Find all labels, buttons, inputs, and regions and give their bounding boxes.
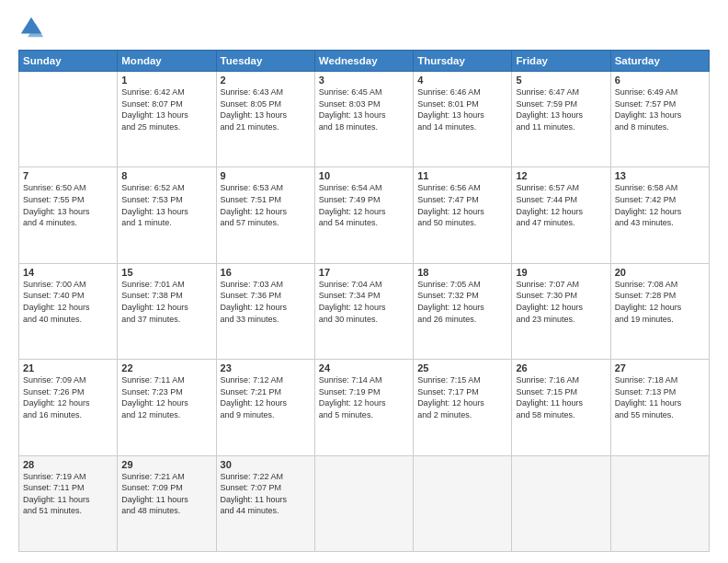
day-number: 13 <box>615 170 705 181</box>
weekday-thursday: Thursday <box>414 51 512 72</box>
day-number: 17 <box>319 267 409 278</box>
calendar-cell: 24Sunrise: 7:14 AM Sunset: 7:19 PM Dayli… <box>314 360 413 455</box>
day-info: Sunrise: 7:04 AM Sunset: 7:34 PM Dayligh… <box>319 279 409 325</box>
day-info: Sunrise: 7:21 AM Sunset: 7:09 PM Dayligh… <box>121 471 211 517</box>
day-number: 14 <box>23 267 113 278</box>
day-info: Sunrise: 7:16 AM Sunset: 7:15 PM Dayligh… <box>516 374 606 420</box>
calendar-cell <box>414 455 512 551</box>
day-info: Sunrise: 6:46 AM Sunset: 8:01 PM Dayligh… <box>417 86 507 132</box>
weekday-header-row: SundayMondayTuesdayWednesdayThursdayFrid… <box>19 51 710 72</box>
calendar-cell: 8Sunrise: 6:52 AM Sunset: 7:53 PM Daylig… <box>118 167 216 263</box>
calendar-cell: 21Sunrise: 7:09 AM Sunset: 7:26 PM Dayli… <box>19 360 118 455</box>
header <box>18 15 710 40</box>
calendar-cell: 22Sunrise: 7:11 AM Sunset: 7:23 PM Dayli… <box>118 360 216 455</box>
calendar-cell: 25Sunrise: 7:15 AM Sunset: 7:17 PM Dayli… <box>414 360 512 455</box>
day-number: 28 <box>23 459 113 470</box>
weekday-saturday: Saturday <box>610 51 709 72</box>
week-row-0: 1Sunrise: 6:42 AM Sunset: 8:07 PM Daylig… <box>19 72 710 167</box>
day-info: Sunrise: 7:22 AM Sunset: 7:07 PM Dayligh… <box>221 471 311 517</box>
day-number: 3 <box>319 75 409 86</box>
weekday-sunday: Sunday <box>19 51 118 72</box>
weekday-tuesday: Tuesday <box>216 51 314 72</box>
day-number: 30 <box>221 459 311 470</box>
day-number: 2 <box>221 75 311 86</box>
day-number: 23 <box>221 362 311 373</box>
day-number: 26 <box>516 362 606 373</box>
calendar-cell: 4Sunrise: 6:46 AM Sunset: 8:01 PM Daylig… <box>414 72 512 167</box>
calendar-cell: 12Sunrise: 6:57 AM Sunset: 7:44 PM Dayli… <box>512 167 610 263</box>
calendar-cell: 23Sunrise: 7:12 AM Sunset: 7:21 PM Dayli… <box>216 360 314 455</box>
day-info: Sunrise: 6:56 AM Sunset: 7:47 PM Dayligh… <box>417 182 507 228</box>
day-info: Sunrise: 7:07 AM Sunset: 7:30 PM Dayligh… <box>516 279 606 325</box>
day-info: Sunrise: 6:57 AM Sunset: 7:44 PM Dayligh… <box>516 182 606 228</box>
day-info: Sunrise: 6:53 AM Sunset: 7:51 PM Dayligh… <box>221 182 311 228</box>
calendar-cell: 5Sunrise: 6:47 AM Sunset: 7:59 PM Daylig… <box>512 72 610 167</box>
calendar-cell: 9Sunrise: 6:53 AM Sunset: 7:51 PM Daylig… <box>216 167 314 263</box>
calendar-cell <box>610 455 709 551</box>
day-info: Sunrise: 7:05 AM Sunset: 7:32 PM Dayligh… <box>417 279 507 325</box>
calendar-cell <box>512 455 610 551</box>
calendar-table: SundayMondayTuesdayWednesdayThursdayFrid… <box>18 50 710 552</box>
day-number: 18 <box>417 267 507 278</box>
calendar-cell: 1Sunrise: 6:42 AM Sunset: 8:07 PM Daylig… <box>118 72 216 167</box>
day-info: Sunrise: 6:42 AM Sunset: 8:07 PM Dayligh… <box>121 86 211 132</box>
calendar-cell: 3Sunrise: 6:45 AM Sunset: 8:03 PM Daylig… <box>314 72 413 167</box>
day-number: 27 <box>615 362 705 373</box>
calendar-cell: 27Sunrise: 7:18 AM Sunset: 7:13 PM Dayli… <box>610 360 709 455</box>
day-number: 24 <box>319 362 409 373</box>
day-number: 20 <box>615 267 705 278</box>
day-info: Sunrise: 6:54 AM Sunset: 7:49 PM Dayligh… <box>319 182 409 228</box>
day-number: 11 <box>417 170 507 181</box>
week-row-1: 7Sunrise: 6:50 AM Sunset: 7:55 PM Daylig… <box>19 167 710 263</box>
day-info: Sunrise: 7:12 AM Sunset: 7:21 PM Dayligh… <box>221 374 311 420</box>
calendar-cell <box>314 455 413 551</box>
day-info: Sunrise: 7:18 AM Sunset: 7:13 PM Dayligh… <box>615 374 705 420</box>
calendar-cell: 11Sunrise: 6:56 AM Sunset: 7:47 PM Dayli… <box>414 167 512 263</box>
calendar-cell: 26Sunrise: 7:16 AM Sunset: 7:15 PM Dayli… <box>512 360 610 455</box>
day-info: Sunrise: 7:15 AM Sunset: 7:17 PM Dayligh… <box>417 374 507 420</box>
day-info: Sunrise: 6:49 AM Sunset: 7:57 PM Dayligh… <box>615 86 705 132</box>
day-number: 8 <box>121 170 211 181</box>
weekday-wednesday: Wednesday <box>314 51 413 72</box>
day-info: Sunrise: 6:47 AM Sunset: 7:59 PM Dayligh… <box>516 86 606 132</box>
calendar-cell: 13Sunrise: 6:58 AM Sunset: 7:42 PM Dayli… <box>610 167 709 263</box>
calendar-cell: 10Sunrise: 6:54 AM Sunset: 7:49 PM Dayli… <box>314 167 413 263</box>
day-number: 16 <box>221 267 311 278</box>
day-number: 25 <box>417 362 507 373</box>
day-number: 5 <box>516 75 606 86</box>
calendar-cell: 30Sunrise: 7:22 AM Sunset: 7:07 PM Dayli… <box>216 455 314 551</box>
day-info: Sunrise: 7:01 AM Sunset: 7:38 PM Dayligh… <box>121 279 211 325</box>
day-number: 4 <box>417 75 507 86</box>
day-number: 7 <box>23 170 113 181</box>
calendar-cell: 15Sunrise: 7:01 AM Sunset: 7:38 PM Dayli… <box>118 263 216 359</box>
calendar-cell: 14Sunrise: 7:00 AM Sunset: 7:40 PM Dayli… <box>19 263 118 359</box>
day-info: Sunrise: 7:00 AM Sunset: 7:40 PM Dayligh… <box>23 279 113 325</box>
week-row-3: 21Sunrise: 7:09 AM Sunset: 7:26 PM Dayli… <box>19 360 710 455</box>
page: SundayMondayTuesdayWednesdayThursdayFrid… <box>0 0 728 563</box>
day-info: Sunrise: 6:58 AM Sunset: 7:42 PM Dayligh… <box>615 182 705 228</box>
day-number: 21 <box>23 362 113 373</box>
logo-icon <box>18 15 44 40</box>
day-info: Sunrise: 6:43 AM Sunset: 8:05 PM Dayligh… <box>221 86 311 132</box>
calendar-cell: 7Sunrise: 6:50 AM Sunset: 7:55 PM Daylig… <box>19 167 118 263</box>
day-number: 19 <box>516 267 606 278</box>
day-info: Sunrise: 7:14 AM Sunset: 7:19 PM Dayligh… <box>319 374 409 420</box>
day-info: Sunrise: 6:50 AM Sunset: 7:55 PM Dayligh… <box>23 182 113 228</box>
day-number: 10 <box>319 170 409 181</box>
calendar-cell: 29Sunrise: 7:21 AM Sunset: 7:09 PM Dayli… <box>118 455 216 551</box>
day-info: Sunrise: 7:09 AM Sunset: 7:26 PM Dayligh… <box>23 374 113 420</box>
day-number: 1 <box>121 75 211 86</box>
day-info: Sunrise: 7:11 AM Sunset: 7:23 PM Dayligh… <box>121 374 211 420</box>
calendar-cell: 19Sunrise: 7:07 AM Sunset: 7:30 PM Dayli… <box>512 263 610 359</box>
calendar-cell: 16Sunrise: 7:03 AM Sunset: 7:36 PM Dayli… <box>216 263 314 359</box>
day-number: 12 <box>516 170 606 181</box>
day-number: 22 <box>121 362 211 373</box>
day-number: 29 <box>121 459 211 470</box>
calendar-cell: 17Sunrise: 7:04 AM Sunset: 7:34 PM Dayli… <box>314 263 413 359</box>
day-number: 9 <box>221 170 311 181</box>
day-info: Sunrise: 7:08 AM Sunset: 7:28 PM Dayligh… <box>615 279 705 325</box>
weekday-friday: Friday <box>512 51 610 72</box>
day-info: Sunrise: 6:52 AM Sunset: 7:53 PM Dayligh… <box>121 182 211 228</box>
calendar-cell: 20Sunrise: 7:08 AM Sunset: 7:28 PM Dayli… <box>610 263 709 359</box>
day-info: Sunrise: 7:03 AM Sunset: 7:36 PM Dayligh… <box>221 279 311 325</box>
